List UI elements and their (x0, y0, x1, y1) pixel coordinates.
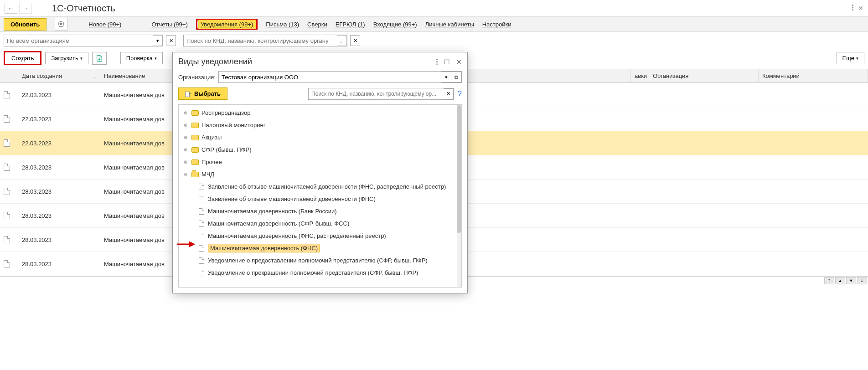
modal-close-icon[interactable]: ✕ (456, 58, 462, 66)
back-button[interactable]: ← (5, 3, 17, 14)
tab-notifications[interactable]: Уведомления (99+) (198, 20, 256, 29)
document-icon (4, 260, 10, 267)
folder-icon (191, 147, 199, 153)
modal-org-input[interactable] (219, 72, 441, 82)
check-button[interactable]: Проверка▾ (120, 52, 163, 64)
tree-folder[interactable]: ⊕Налоговый мониторинг (180, 119, 460, 131)
pick-icon (185, 91, 191, 97)
tree-toggle-icon[interactable]: ⊕ (182, 110, 189, 115)
main-search-ellipsis[interactable]: ... (337, 35, 347, 46)
select-button[interactable]: Выбрать (178, 87, 227, 100)
modal-menu-icon[interactable] (436, 59, 438, 65)
tree-folder[interactable]: ⊕Росприроднадзор (180, 107, 460, 119)
scroll-bottom-button[interactable]: ⤓ (857, 277, 867, 284)
document-icon (199, 233, 204, 239)
modal-org-dropdown[interactable]: ▾ (441, 72, 451, 82)
tree-leaf[interactable]: Заявление об отзыве машиночитаемой довер… (180, 193, 460, 205)
tree-leaf[interactable]: Уведомление о прекращении полномочий пре… (180, 267, 460, 279)
tree-leaf[interactable]: Машиночитаемая доверенность (СФР, бывш. … (180, 217, 460, 230)
cell-date: 28.03.2023 (18, 180, 100, 203)
more-button[interactable]: Еще▾ (837, 52, 864, 64)
tree-toggle-icon[interactable]: ⊕ (182, 159, 189, 164)
tree-toggle-icon[interactable]: ⊖ (182, 172, 189, 177)
arrow-indicator (177, 240, 195, 249)
org-filter[interactable]: ▾ (4, 35, 163, 46)
cell-date: 28.03.2023 (18, 252, 100, 276)
th-icon[interactable] (0, 69, 18, 82)
tree-scrollbar-thumb[interactable] (457, 105, 461, 233)
tree-toggle-icon[interactable]: ⊕ (182, 147, 189, 152)
tab-reports[interactable]: Отчеты (99+) (151, 21, 187, 28)
org-filter-input[interactable] (4, 37, 153, 44)
tab-egrul[interactable]: ЕГРЮЛ (1) (336, 21, 365, 28)
tree-leaf[interactable]: Уведомление о предоставлении полномочий … (180, 254, 460, 267)
tree-toggle-icon[interactable]: ⊕ (182, 135, 189, 140)
document-icon (199, 196, 204, 202)
modal-maximize-icon[interactable]: ☐ (444, 58, 450, 66)
tree-toggle-icon[interactable]: ⊕ (182, 123, 189, 128)
tree-folder[interactable]: ⊕Акцизы (180, 131, 460, 144)
load-button[interactable]: Загрузить▾ (45, 52, 88, 64)
tree-leaf[interactable]: Машиночитаемая доверенность (ФНС) (180, 242, 460, 254)
tree-folder[interactable]: ⊕Прочее (180, 156, 460, 168)
scroll-up-button[interactable]: ▲ (835, 277, 845, 284)
scroll-top-button[interactable]: ⤒ (824, 277, 834, 284)
modal-search[interactable]: ✕ (308, 88, 454, 100)
tree-folder-label: Налоговый мониторинг (202, 122, 265, 128)
tree-leaf[interactable]: Машиночитаемая доверенность (ФНС, распре… (180, 230, 460, 242)
settings-gear-button[interactable] (55, 18, 67, 31)
org-filter-clear[interactable]: ✕ (166, 35, 176, 46)
org-filter-dropdown[interactable]: ▾ (153, 35, 163, 46)
document-icon (199, 245, 204, 252)
refresh-button[interactable]: Обновить (4, 18, 46, 31)
tree-folder[interactable]: ⊕СФР (бывш. ПФР) (180, 144, 460, 156)
th-comment[interactable]: Комментарий (759, 69, 868, 82)
tab-incoming[interactable]: Входящие (99+) (373, 21, 417, 28)
modal-search-clear[interactable]: ✕ (444, 88, 454, 99)
th-avki[interactable]: авки (631, 69, 649, 82)
create-button[interactable]: Создать (7, 53, 38, 63)
highlight-notifications: Уведомления (99+) (196, 19, 258, 30)
tab-settings[interactable]: Настройки (482, 21, 512, 28)
main-search[interactable]: ... (183, 35, 347, 46)
notification-tree[interactable]: ⊕Росприроднадзор⊕Налоговый мониторинг⊕Ак… (179, 105, 461, 281)
tree-leaf-label: Заявление об отзыве машиночитаемой довер… (208, 195, 376, 202)
document-icon (4, 212, 10, 219)
close-icon[interactable]: ✕ (858, 5, 863, 12)
document-icon (199, 221, 204, 227)
modal-org-open[interactable]: ⧉ (451, 72, 461, 82)
tree-leaf[interactable]: Машиночитаемая доверенность (Банк России… (180, 205, 460, 217)
document-icon (4, 188, 10, 195)
scroll-down-button[interactable]: ▼ (846, 277, 856, 284)
cell-date: 22.03.2023 (18, 107, 100, 131)
tab-cabinets[interactable]: Личные кабинеты (425, 21, 474, 28)
page-title: 1С-Отчетность (52, 3, 115, 14)
tab-reconciliations[interactable]: Сверки (307, 21, 327, 28)
tab-new[interactable]: Новое (99+) (88, 21, 121, 28)
document-icon (199, 208, 204, 215)
cell-date: 28.03.2023 (18, 204, 100, 227)
tree-folder-label: Прочее (202, 159, 222, 165)
tree-leaf-label: Заявление об отзыве машиночитаемой довер… (208, 183, 446, 190)
modal-org-input-wrap[interactable]: ▾ ⧉ (218, 71, 462, 83)
tab-letters[interactable]: Письма (13) (266, 21, 299, 28)
svg-marker-2 (189, 241, 195, 247)
document-icon (4, 91, 10, 98)
folder-icon (191, 135, 199, 140)
tabs-toolbar: Обновить Новое (99+) Отчеты (99+) Уведом… (0, 16, 868, 32)
main-search-input[interactable] (184, 37, 337, 44)
main-search-clear[interactable]: ✕ (350, 35, 360, 46)
menu-dots-icon[interactable] (852, 5, 853, 12)
th-date[interactable]: Дата создания (18, 69, 100, 82)
refresh-doc-button[interactable] (92, 52, 107, 65)
tree-folder[interactable]: ⊖МЧД (180, 168, 460, 180)
tree-scrollbar[interactable] (457, 105, 461, 287)
th-org[interactable]: Организация (649, 69, 759, 82)
forward-button[interactable]: → (19, 3, 32, 14)
help-icon[interactable]: ? (458, 90, 462, 98)
tree-leaf[interactable]: Заявление об отзыве машиночитаемой довер… (180, 180, 460, 193)
cell-date: 28.03.2023 (18, 228, 100, 252)
modal-search-input[interactable] (309, 88, 444, 99)
tree-folder-label: СФР (бывш. ПФР) (202, 146, 251, 153)
document-icon (199, 270, 204, 276)
